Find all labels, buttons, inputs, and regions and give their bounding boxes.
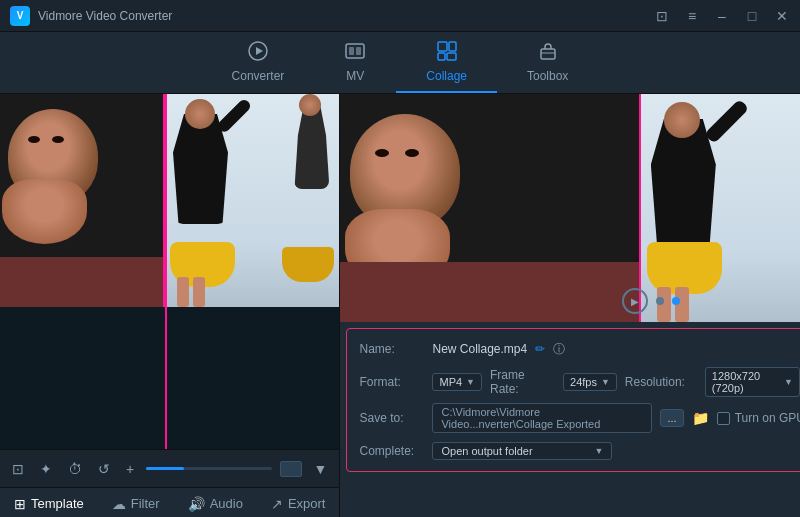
preview-play-button[interactable]: ▶ <box>622 288 648 314</box>
framerate-value: 24fps <box>570 376 597 388</box>
svg-rect-3 <box>349 47 354 55</box>
video-right-thumbnail <box>165 94 339 307</box>
tab-template-label: Template <box>31 496 84 511</box>
settings-panel: Name: New Collage.mp4 ✏ ⓘ Format: MP4 ▼ … <box>346 328 800 472</box>
preview-dot-1 <box>656 297 664 305</box>
app-icon: V <box>10 6 30 26</box>
audio-icon: 🔊 <box>188 496 205 512</box>
nav-converter-label: Converter <box>232 69 285 83</box>
progress-fill <box>146 467 184 470</box>
svg-rect-8 <box>447 53 456 60</box>
nav-collage-label: Collage <box>426 69 467 83</box>
complete-row: Complete: Open output folder ▼ <box>359 439 800 463</box>
app-title: Vidmore Video Converter <box>38 9 172 23</box>
edit-icon[interactable]: ✏ <box>535 342 545 356</box>
tab-template[interactable]: ⊞ Template <box>0 488 98 517</box>
tab-export[interactable]: ↗ Export <box>257 488 340 517</box>
tab-audio[interactable]: 🔊 Audio <box>174 488 257 517</box>
nav-bar: Converter MV Collage <box>0 32 800 94</box>
toolbox-icon <box>537 40 559 65</box>
preview-dot-2 <box>672 297 680 305</box>
right-panel: 00:00:00.00/00:00:05.00 🔊 ▶ Name: New Co… <box>340 94 800 517</box>
nav-mv[interactable]: MV <box>314 32 396 93</box>
timeline-progress[interactable] <box>146 467 271 470</box>
gpu-checkbox[interactable] <box>717 412 730 425</box>
svg-rect-6 <box>449 42 456 51</box>
window-controls: ⊡ ≡ – □ ✕ <box>654 8 790 24</box>
format-value: MP4 <box>439 376 462 388</box>
filter-icon: ☁ <box>112 496 126 512</box>
framerate-arrow: ▼ <box>601 377 610 387</box>
video-area <box>0 94 339 449</box>
saveto-label: Save to: <box>359 411 424 425</box>
resolution-arrow: ▼ <box>784 377 793 387</box>
tab-bar: ⊞ Template ☁ Filter 🔊 Audio ↗ Export <box>0 487 339 517</box>
complete-value: Open output folder <box>441 445 532 457</box>
resolution-value: 1280x720 (720p) <box>712 370 780 394</box>
tab-filter-label: Filter <box>131 496 160 511</box>
chat-button[interactable]: ⊡ <box>654 8 670 24</box>
export-icon: ↗ <box>271 496 283 512</box>
nav-toolbox[interactable]: Toolbox <box>497 32 598 93</box>
info-icon[interactable]: ⓘ <box>553 341 565 358</box>
browse-button[interactable]: ... <box>660 409 683 427</box>
maximize-button[interactable]: □ <box>744 8 760 24</box>
save-path: C:\Vidmore\Vidmore Video...nverter\Colla… <box>432 403 652 433</box>
nav-mv-label: MV <box>346 69 364 83</box>
color-picker[interactable] <box>280 461 302 477</box>
vertical-divider <box>165 94 167 449</box>
svg-rect-2 <box>346 44 364 58</box>
framerate-select[interactable]: 24fps ▼ <box>563 373 617 391</box>
svg-rect-7 <box>438 53 445 60</box>
converter-icon <box>247 40 269 65</box>
title-bar-left: V Vidmore Video Converter <box>10 6 172 26</box>
controls-bar: ⊡ ✦ ⏱ ↺ + ▼ <box>0 449 339 487</box>
gpu-label: Turn on GPU Acceleration <box>735 411 800 425</box>
name-label: Name: <box>359 342 424 356</box>
resolution-label: Resolution: <box>625 375 697 389</box>
video-left[interactable] <box>0 94 165 307</box>
main-content: ⊡ ✦ ⏱ ↺ + ▼ ⊞ Template ☁ Filter 🔊 Audio <box>0 94 800 517</box>
complete-select[interactable]: Open output folder ▼ <box>432 442 612 460</box>
format-arrow: ▼ <box>466 377 475 387</box>
crop-button[interactable]: ⊡ <box>8 459 28 479</box>
gpu-row: Turn on GPU Acceleration <box>717 411 800 425</box>
add-button[interactable]: + <box>122 459 138 479</box>
preview-area: 00:00:00.00/00:00:05.00 🔊 ▶ <box>340 94 800 322</box>
template-icon: ⊞ <box>14 496 26 512</box>
format-label: Format: <box>359 375 424 389</box>
close-button[interactable]: ✕ <box>774 8 790 24</box>
collage-icon <box>436 40 458 65</box>
complete-label: Complete: <box>359 444 424 458</box>
tab-export-label: Export <box>288 496 326 511</box>
format-select[interactable]: MP4 ▼ <box>432 373 482 391</box>
preview-controls: ▶ <box>622 288 680 314</box>
tab-filter[interactable]: ☁ Filter <box>98 488 174 517</box>
complete-arrow: ▼ <box>595 446 604 456</box>
star-button[interactable]: ✦ <box>36 459 56 479</box>
title-bar: V Vidmore Video Converter ⊡ ≡ – □ ✕ <box>0 0 800 32</box>
framerate-label: Frame Rate: <box>490 368 555 396</box>
tab-audio-label: Audio <box>210 496 243 511</box>
left-panel: ⊡ ✦ ⏱ ↺ + ▼ ⊞ Template ☁ Filter 🔊 Audio <box>0 94 340 517</box>
nav-collage[interactable]: Collage <box>396 32 497 93</box>
menu-button[interactable]: ≡ <box>684 8 700 24</box>
folder-icon[interactable]: 📁 <box>692 410 709 426</box>
svg-marker-1 <box>256 47 263 55</box>
nav-converter[interactable]: Converter <box>202 32 315 93</box>
video-right-top[interactable] <box>165 94 339 307</box>
rotate-button[interactable]: ↺ <box>94 459 114 479</box>
resolution-select[interactable]: 1280x720 (720p) ▼ <box>705 367 800 397</box>
video-left-thumbnail <box>0 94 163 307</box>
mv-icon <box>344 40 366 65</box>
svg-rect-5 <box>438 42 447 51</box>
name-row: Name: New Collage.mp4 ✏ ⓘ <box>359 337 800 361</box>
svg-rect-4 <box>356 47 361 55</box>
clock-button[interactable]: ⏱ <box>64 459 86 479</box>
nav-toolbox-label: Toolbox <box>527 69 568 83</box>
format-row: Format: MP4 ▼ Frame Rate: 24fps ▼ Resolu… <box>359 367 800 397</box>
saveto-row: Save to: C:\Vidmore\Vidmore Video...nver… <box>359 403 800 433</box>
svg-rect-9 <box>541 49 555 59</box>
settings-button[interactable]: ▼ <box>310 459 332 479</box>
minimize-button[interactable]: – <box>714 8 730 24</box>
